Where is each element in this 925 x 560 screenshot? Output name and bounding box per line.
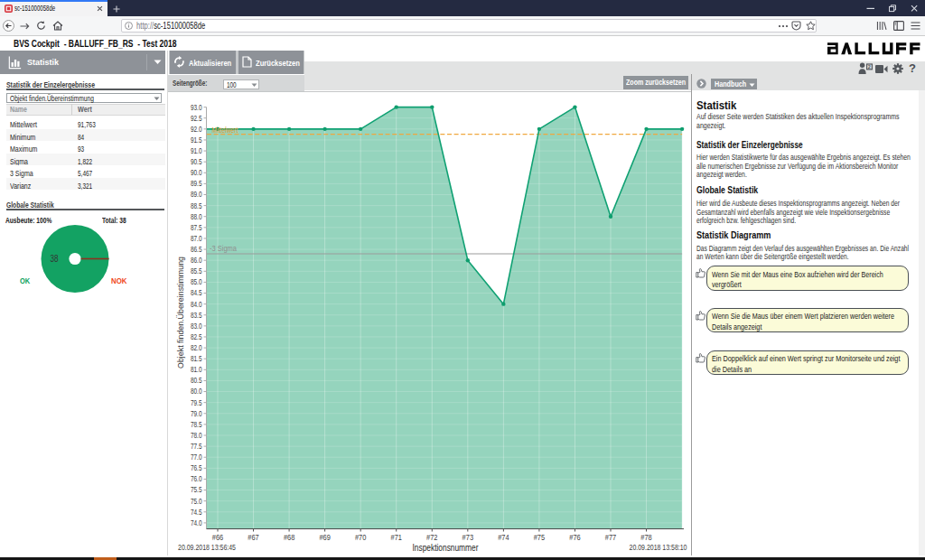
- svg-text:79.0: 79.0: [191, 409, 202, 418]
- svg-text:87.0: 87.0: [191, 234, 202, 243]
- svg-text:80.0: 80.0: [191, 387, 202, 396]
- svg-text:92.0: 92.0: [191, 125, 202, 134]
- svg-text:87.5: 87.5: [191, 223, 202, 232]
- svg-text:82.0: 82.0: [191, 343, 202, 352]
- svg-text:91.0: 91.0: [191, 146, 202, 155]
- svg-text:#67: #67: [248, 533, 259, 542]
- svg-text:20.09.2018 13:56:45: 20.09.2018 13:56:45: [178, 543, 236, 552]
- svg-text:78.5: 78.5: [191, 420, 202, 429]
- svg-text:#71: #71: [391, 533, 403, 542]
- svg-text:#68: #68: [284, 533, 295, 542]
- svg-text:93.0: 93.0: [191, 103, 202, 112]
- svg-text:Objekt finden.Übereinstimmung: Objekt finden.Übereinstimmung: [176, 257, 185, 369]
- svg-text:79.5: 79.5: [191, 398, 202, 407]
- svg-text:89.0: 89.0: [191, 190, 202, 199]
- svg-text:84.0: 84.0: [191, 300, 202, 309]
- svg-text:92.5: 92.5: [191, 114, 202, 123]
- svg-text:#78: #78: [640, 533, 652, 542]
- svg-text:86.0: 86.0: [191, 256, 202, 265]
- svg-text:#70: #70: [355, 533, 367, 542]
- svg-text:75.0: 75.0: [191, 497, 202, 506]
- svg-text:#74: #74: [498, 533, 509, 542]
- svg-text:#72: #72: [426, 533, 438, 542]
- svg-text:Mittelwert: Mittelwert: [212, 126, 239, 135]
- svg-text:#73: #73: [462, 533, 474, 542]
- svg-text:83.5: 83.5: [191, 311, 202, 320]
- svg-text:80.5: 80.5: [191, 376, 202, 385]
- svg-text:85.0: 85.0: [191, 277, 202, 286]
- svg-text:81.0: 81.0: [191, 365, 202, 374]
- svg-text:88.5: 88.5: [191, 201, 202, 210]
- svg-text:78.0: 78.0: [191, 431, 202, 440]
- svg-text:89.5: 89.5: [191, 179, 202, 188]
- svg-text:Inspektionsnummer: Inspektionsnummer: [413, 542, 479, 553]
- svg-text:90.0: 90.0: [191, 168, 202, 177]
- svg-text:83.0: 83.0: [191, 322, 202, 331]
- svg-text:75.5: 75.5: [191, 485, 202, 494]
- svg-text:#66: #66: [212, 533, 224, 542]
- svg-text:77.5: 77.5: [191, 442, 202, 451]
- svg-text:20.09.2018 13:58:10: 20.09.2018 13:58:10: [630, 543, 687, 552]
- svg-text:38: 38: [51, 254, 59, 264]
- svg-text:74.0: 74.0: [191, 518, 202, 527]
- svg-text:#69: #69: [319, 533, 331, 542]
- svg-text:74.5: 74.5: [191, 508, 202, 517]
- svg-text:84.5: 84.5: [191, 288, 202, 297]
- svg-text:82.5: 82.5: [191, 332, 202, 341]
- svg-text:88.0: 88.0: [191, 212, 202, 221]
- svg-text:85.5: 85.5: [191, 266, 202, 275]
- svg-text:76.0: 76.0: [191, 474, 202, 483]
- svg-text:81.5: 81.5: [191, 354, 202, 363]
- svg-text:#76: #76: [569, 533, 581, 542]
- svg-text:#77: #77: [605, 533, 617, 542]
- svg-text:76.5: 76.5: [191, 463, 202, 472]
- svg-text:2: 2: [868, 64, 871, 70]
- svg-text:86.5: 86.5: [191, 245, 202, 254]
- svg-text:77.0: 77.0: [191, 453, 202, 462]
- svg-text:91.5: 91.5: [191, 135, 202, 145]
- svg-text:90.5: 90.5: [191, 157, 202, 166]
- svg-text:#75: #75: [534, 533, 546, 542]
- svg-text:-3 Sigma: -3 Sigma: [210, 244, 237, 253]
